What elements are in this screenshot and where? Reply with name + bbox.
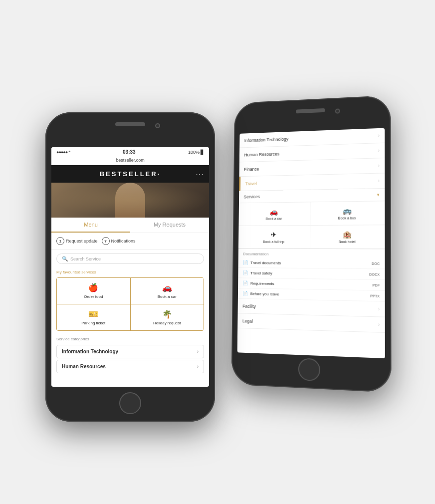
- chevron-right-icon: ›: [197, 364, 199, 369]
- phone-1-camera: [155, 123, 160, 128]
- p2-service-book-bus[interactable]: 🚌 Book a bus: [310, 201, 385, 225]
- chevron-right-icon: ›: [378, 163, 379, 168]
- book-car-icon: 🚗: [270, 208, 278, 216]
- chevron-right-icon: ›: [378, 133, 379, 138]
- search-placeholder: Search Service: [70, 256, 101, 261]
- actions-bar: 1 Request update 7 Notifications: [51, 233, 209, 250]
- order-food-icon: 🍎: [88, 283, 98, 292]
- categories-label: Service categories: [51, 333, 209, 343]
- doc-icon: 📄: [243, 270, 248, 275]
- parking-icon: 🎫: [88, 309, 98, 319]
- tab-menu[interactable]: Menu: [51, 218, 130, 233]
- p2-services-grid: 🚗 Book a car 🚌 Book a bus ✈ Book a full …: [238, 201, 385, 249]
- phone-1-home-button[interactable]: [119, 392, 141, 414]
- app-header: BESTSELLER· ···: [51, 165, 209, 183]
- book-car-icon: 🚗: [162, 283, 172, 292]
- search-icon: 🔍: [62, 256, 68, 261]
- phone-2-home-button[interactable]: [298, 358, 320, 381]
- chevron-right-icon: ›: [378, 148, 379, 153]
- chevron-down-icon: ▾: [377, 192, 380, 197]
- p2-bottom-categories: Facility › Legal ›: [237, 299, 385, 333]
- fav-item-parking[interactable]: 🎫 Parking ticket: [57, 304, 130, 330]
- favourites-label: My favourited services: [51, 268, 209, 275]
- p2-doc-travel-docs[interactable]: 📄 Travel documents DOC: [238, 257, 385, 269]
- phone-1-screen: ●●●●● ⁺ 03:33 100% ▊ bestseller.com BEST…: [51, 147, 209, 387]
- tab-bar: Menu My Requests: [51, 218, 209, 233]
- full-trip-icon: ✈: [271, 231, 277, 239]
- hero-figure: [115, 183, 145, 218]
- fav-item-book-car[interactable]: 🚗 Book a car: [131, 278, 204, 304]
- phone-1: ●●●●● ⁺ 03:33 100% ▊ bestseller.com BEST…: [45, 112, 215, 422]
- app-logo: BESTSELLER·: [100, 170, 161, 178]
- request-update-action[interactable]: 1 Request update: [56, 237, 98, 245]
- notifications-badge: 7: [102, 237, 110, 245]
- chevron-right-icon: ›: [197, 349, 199, 354]
- doc-icon: 📄: [242, 291, 248, 296]
- phone-2-speaker: [296, 108, 325, 114]
- signal-icon: ●●●●● ⁺: [56, 150, 70, 155]
- phone-2: Information Technology › Human Resources…: [231, 95, 392, 393]
- chevron-right-icon: ›: [378, 322, 380, 328]
- category-hr[interactable]: Human Resources ›: [56, 360, 204, 373]
- p2-service-book-car[interactable]: 🚗 Book a car: [238, 202, 309, 226]
- notifications-action[interactable]: 7 Notifications: [102, 237, 136, 245]
- phone-2-screen: Information Technology › Human Resources…: [237, 128, 385, 358]
- p2-service-hotel[interactable]: 🏨 Book hotel: [310, 225, 385, 249]
- fav-item-order-food[interactable]: 🍎 Order food: [57, 278, 130, 304]
- doc-icon: 📄: [243, 260, 248, 265]
- menu-dots[interactable]: ···: [196, 171, 204, 178]
- phone-2-camera: [335, 108, 340, 113]
- time-display: 03:33: [123, 149, 136, 155]
- hero-image: [51, 183, 209, 218]
- category-it[interactable]: Information Technology ›: [56, 345, 204, 358]
- search-bar[interactable]: 🔍 Search Service: [56, 253, 204, 264]
- battery-indicator: 100% ▊: [188, 150, 204, 155]
- hotel-icon: 🏨: [343, 231, 351, 239]
- p2-docs-label: Documentation: [238, 249, 385, 258]
- p2-category-legal[interactable]: Legal ›: [237, 313, 385, 333]
- status-bar: ●●●●● ⁺ 03:33 100% ▊: [51, 147, 209, 157]
- chevron-right-icon: ›: [378, 306, 380, 312]
- doc-icon: 📄: [243, 280, 248, 285]
- url-bar[interactable]: bestseller.com: [51, 157, 209, 165]
- tab-my-requests[interactable]: My Requests: [130, 218, 209, 233]
- favourites-grid: 🍎 Order food 🚗 Book a car 🎫 Parking tick…: [56, 277, 204, 331]
- request-update-badge: 1: [56, 237, 64, 245]
- chevron-right-icon: ›: [378, 178, 379, 184]
- fav-item-holiday[interactable]: 🌴 Holiday request: [131, 304, 204, 330]
- scene: ●●●●● ⁺ 03:33 100% ▊ bestseller.com BEST…: [0, 0, 435, 504]
- holiday-icon: 🌴: [162, 309, 172, 319]
- p2-service-full-trip[interactable]: ✈ Book a full trip: [238, 226, 310, 249]
- phone-1-speaker: [115, 122, 145, 126]
- book-bus-icon: 🚌: [343, 207, 351, 215]
